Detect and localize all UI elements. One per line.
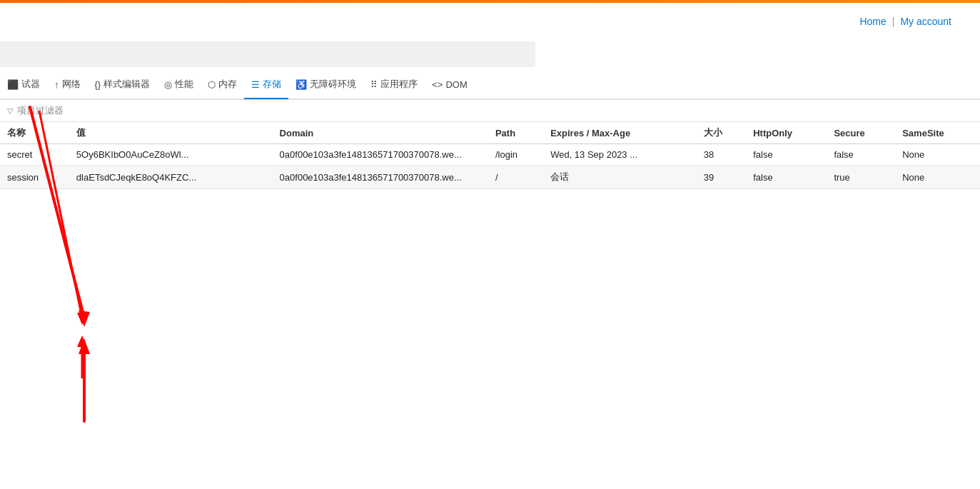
col-header-samesite: SameSite [895, 122, 980, 144]
filter-placeholder-text: 项目过滤器 [17, 104, 64, 117]
header-nav: Home | My account [0, 3, 980, 34]
col-header-value: 值 [69, 122, 273, 144]
cell-3: / [488, 166, 543, 189]
tab-application[interactable]: ⠿ 应用程序 [363, 71, 425, 99]
col-header-expires: Expires / Max-Age [543, 122, 697, 144]
cell-6: false [746, 166, 827, 189]
tab-application-label: 应用程序 [380, 78, 418, 91]
svg-marker-3 [77, 336, 87, 347]
tab-memory[interactable]: ⬡ 内存 [201, 71, 244, 99]
cell-4: 会话 [543, 166, 697, 189]
filter-icon: ▽ [7, 106, 13, 116]
cell-8: None [895, 144, 980, 166]
svg-marker-5 [79, 311, 90, 327]
arrow-2 [77, 336, 87, 378]
cell-6: false [746, 144, 827, 166]
network-icon: ↑ [54, 79, 59, 90]
tab-accessibility-label: 无障碍环境 [310, 78, 356, 91]
cell-7: false [827, 144, 895, 166]
tab-memory-label: 内存 [218, 78, 237, 91]
memory-icon: ⬡ [208, 79, 216, 90]
url-bar-section [0, 41, 980, 67]
storage-icon: ☰ [251, 79, 260, 90]
cell-2: 0a0f00e103a3fe148136571700370078.we... [273, 144, 488, 166]
tab-network-label: 网络 [62, 78, 81, 91]
url-bar [0, 41, 535, 67]
table-row[interactable]: sessiondlaETsdCJeqkE8oQ4KFZC...0a0f00e10… [0, 166, 980, 189]
tab-performance-label: 性能 [175, 78, 193, 91]
col-header-secure: Secure [827, 122, 895, 144]
tab-network[interactable]: ↑ 网络 [47, 71, 88, 99]
table-header-row: 名称 值 Domain Path Expires / Max-Age 大小 Ht… [0, 122, 980, 144]
nav-separator: | [892, 16, 895, 27]
tab-performance[interactable]: ◎ 性能 [157, 71, 201, 99]
col-header-name: 名称 [0, 122, 69, 144]
col-header-path: Path [488, 122, 543, 144]
cell-0: session [0, 166, 69, 189]
devtools-toolbar: ⬛ 试器 ↑ 网络 {} 样式编辑器 ◎ 性能 ⬡ 内存 ☰ 存储 ♿ 无障碍环… [0, 70, 980, 100]
col-header-size: 大小 [697, 122, 747, 144]
tab-accessibility[interactable]: ♿ 无障碍环境 [288, 71, 363, 99]
tab-debugger[interactable]: ⬛ 试器 [0, 71, 47, 99]
cell-1: 5Oy6BKIbO0AuCeZ8oWl... [69, 144, 273, 166]
tab-dom[interactable]: <> DOM [425, 71, 475, 99]
cell-1: dlaETsdCJeqkE8oQ4KFZC... [69, 166, 273, 189]
cell-7: true [827, 166, 895, 189]
tab-style-editor[interactable]: {} 样式编辑器 [88, 71, 158, 99]
tab-debugger-label: 试器 [21, 78, 40, 91]
tab-storage-label: 存储 [263, 78, 281, 91]
cookie-table: 名称 值 Domain Path Expires / Max-Age 大小 Ht… [0, 122, 980, 189]
big-arrow-2 [79, 338, 90, 421]
tab-storage[interactable]: ☰ 存储 [244, 71, 288, 99]
my-account-link[interactable]: My account [900, 16, 951, 27]
cell-2: 0a0f00e103a3fe148136571700370078.we... [273, 166, 488, 189]
accessibility-icon: ♿ [295, 79, 307, 90]
table-row[interactable]: secret5Oy6BKIbO0AuCeZ8oWl...0a0f00e103a3… [0, 144, 980, 166]
style-editor-icon: {} [95, 79, 101, 90]
performance-icon: ◎ [164, 79, 172, 90]
home-link[interactable]: Home [859, 16, 886, 27]
cell-4: Wed, 13 Sep 2023 ... [543, 144, 697, 166]
cell-8: None [895, 166, 980, 189]
col-header-httponly: HttpOnly [746, 122, 827, 144]
col-header-domain: Domain [273, 122, 488, 144]
cell-5: 39 [697, 166, 747, 189]
tab-style-editor-label: 样式编辑器 [103, 78, 150, 91]
debugger-icon: ⬛ [7, 79, 19, 90]
cell-5: 38 [697, 144, 747, 166]
svg-marker-7 [79, 338, 90, 354]
cell-3: /login [488, 144, 543, 166]
dom-icon: <> [432, 79, 443, 90]
svg-marker-1 [77, 313, 87, 325]
tab-dom-label: DOM [445, 79, 467, 90]
cell-0: secret [0, 144, 69, 166]
application-icon: ⠿ [370, 79, 378, 90]
filter-bar: ▽ 项目过滤器 [0, 100, 980, 122]
